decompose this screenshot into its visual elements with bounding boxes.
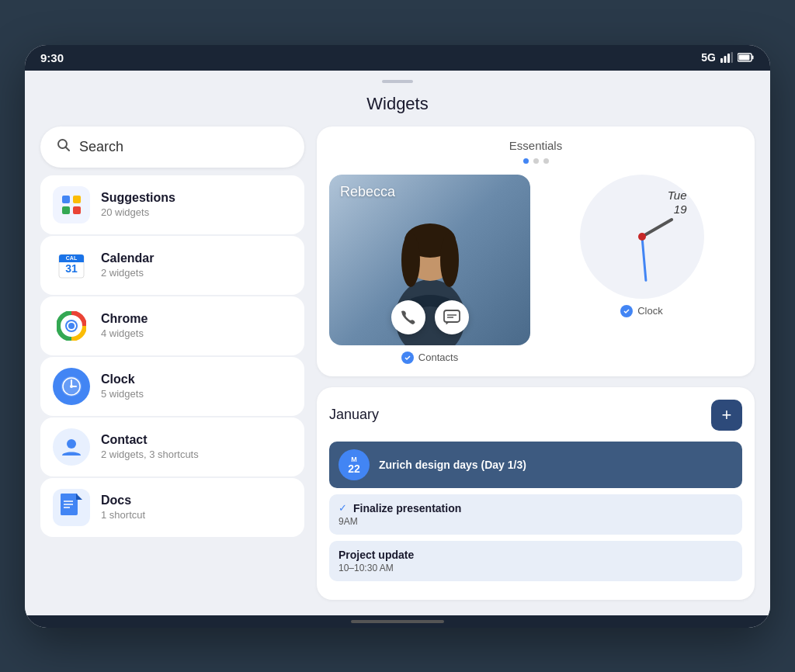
app-sub: 20 widgets xyxy=(101,206,175,218)
contacts-check-icon xyxy=(401,352,414,364)
event-title: Project update xyxy=(338,549,414,561)
svg-rect-11 xyxy=(62,206,70,214)
app-name: Clock xyxy=(101,372,144,386)
drag-handle[interactable] xyxy=(382,80,413,83)
event-time: 9AM xyxy=(338,516,461,527)
svg-marker-32 xyxy=(76,494,82,500)
clock-widget[interactable]: Tue19 Clock xyxy=(541,175,742,317)
phone-frame: 9:30 5G Widgets xyxy=(25,45,770,628)
list-item[interactable]: Chrome 4 widgets xyxy=(40,296,304,355)
event-date-badge: M 22 xyxy=(338,449,370,480)
calendar-icon: 31 CAL xyxy=(53,247,90,284)
search-icon xyxy=(56,137,71,157)
list-item[interactable]: Docs 1 shortcut xyxy=(40,478,304,537)
svg-rect-12 xyxy=(73,206,81,214)
event-sub-info: ✓ Finalize presentation 9AM xyxy=(338,502,461,527)
call-button[interactable] xyxy=(391,300,425,334)
app-info: Calendar 2 widgets xyxy=(101,251,154,279)
network-indicator: 5G xyxy=(701,51,716,64)
app-sub: 2 widgets, 3 shortcuts xyxy=(101,449,199,460)
app-name: Contact xyxy=(101,433,199,447)
contact-actions xyxy=(329,300,530,334)
svg-point-30 xyxy=(67,439,76,449)
svg-point-24 xyxy=(68,323,75,329)
app-list: Suggestions 20 widgets 31 xyxy=(40,175,304,537)
suggestions-icon xyxy=(53,186,90,223)
calendar-event-3[interactable]: Project update 10–10:30 AM xyxy=(329,541,742,581)
pagination-dots xyxy=(329,158,742,164)
day-number: 22 xyxy=(348,463,360,474)
calendar-month: January xyxy=(329,407,379,423)
clock-label-text: Clock xyxy=(637,305,663,317)
main-content: Widgets Search xyxy=(25,71,770,615)
bottom-indicator[interactable] xyxy=(351,620,444,623)
app-name: Calendar xyxy=(101,251,154,265)
event-sub-info: Project update 10–10:30 AM xyxy=(338,549,414,573)
event-check-icon: ✓ xyxy=(338,502,347,514)
app-info: Chrome 4 widgets xyxy=(101,312,148,339)
dot-1 xyxy=(523,158,529,164)
right-panel: Essentials Rebecca xyxy=(317,126,755,600)
search-label: Search xyxy=(79,139,123,155)
clock-list-icon xyxy=(53,368,90,405)
contacts-widget-label: Contacts xyxy=(329,352,530,364)
widgets-row: Rebecca xyxy=(329,175,742,364)
app-sub: 5 widgets xyxy=(101,388,144,400)
battery-icon xyxy=(738,53,755,62)
dot-2 xyxy=(533,158,539,164)
contact-photo: Rebecca xyxy=(329,175,530,345)
essentials-title: Essentials xyxy=(329,139,742,152)
svg-rect-5 xyxy=(752,56,754,60)
app-info: Clock 5 widgets xyxy=(101,372,144,400)
page-title: Widgets xyxy=(40,94,755,114)
calendar-event-1[interactable]: M 22 Zurich design days (Day 1/3) xyxy=(329,442,742,488)
clock-check-icon xyxy=(620,305,633,317)
calendar-event-2[interactable]: ✓ Finalize presentation 9AM xyxy=(329,494,742,535)
day-letter: M xyxy=(351,456,357,463)
svg-rect-0 xyxy=(720,58,723,63)
chrome-icon xyxy=(53,307,90,345)
message-button[interactable] xyxy=(435,300,469,334)
svg-rect-1 xyxy=(724,56,727,63)
contact-icon xyxy=(53,428,90,466)
svg-rect-10 xyxy=(73,196,81,203)
app-name: Docs xyxy=(101,494,145,507)
event-title: Zurich design days (Day 1/3) xyxy=(379,459,526,471)
clock-date: Tue19 xyxy=(668,189,687,216)
app-info: Contact 2 widgets, 3 shortcuts xyxy=(101,433,199,460)
add-event-button[interactable]: + xyxy=(711,400,742,431)
svg-rect-9 xyxy=(62,196,70,203)
hour-hand xyxy=(641,217,674,237)
svg-text:31: 31 xyxy=(65,262,78,275)
clock-center-dot xyxy=(638,233,646,241)
svg-line-8 xyxy=(66,147,70,151)
calendar-header: January + xyxy=(329,400,742,431)
svg-text:CAL: CAL xyxy=(66,255,78,261)
event-time: 10–10:30 AM xyxy=(338,563,414,573)
app-name: Chrome xyxy=(101,312,148,326)
search-bar[interactable]: Search xyxy=(40,126,304,168)
svg-point-40 xyxy=(401,233,420,287)
clock-widget-label: Clock xyxy=(620,305,663,317)
time-display: 9:30 xyxy=(40,51,64,64)
list-item[interactable]: Clock 5 widgets xyxy=(40,357,304,416)
minute-hand xyxy=(641,236,647,281)
bottom-bar xyxy=(25,615,770,628)
contacts-widget[interactable]: Rebecca xyxy=(329,175,530,364)
dot-3 xyxy=(543,158,549,164)
svg-point-41 xyxy=(440,233,459,287)
app-info: Docs 1 shortcut xyxy=(101,494,145,521)
list-item[interactable]: 31 CAL Calendar 2 widgets xyxy=(40,236,304,295)
list-item[interactable]: Contact 2 widgets, 3 shortcuts xyxy=(40,417,304,476)
calendar-widget: January + M 22 Zurich design days (Day 1… xyxy=(317,387,755,600)
status-bar: 9:30 5G xyxy=(25,45,770,71)
left-panel: Search xyxy=(40,126,304,600)
clock-face: Tue19 xyxy=(580,175,704,299)
svg-rect-42 xyxy=(444,310,460,322)
content-row: Search xyxy=(40,126,755,600)
app-sub: 2 widgets xyxy=(101,267,154,279)
app-sub: 1 shortcut xyxy=(101,509,145,521)
contacts-label-text: Contacts xyxy=(418,352,458,363)
signal-icon xyxy=(720,52,733,63)
list-item[interactable]: Suggestions 20 widgets xyxy=(40,175,304,234)
